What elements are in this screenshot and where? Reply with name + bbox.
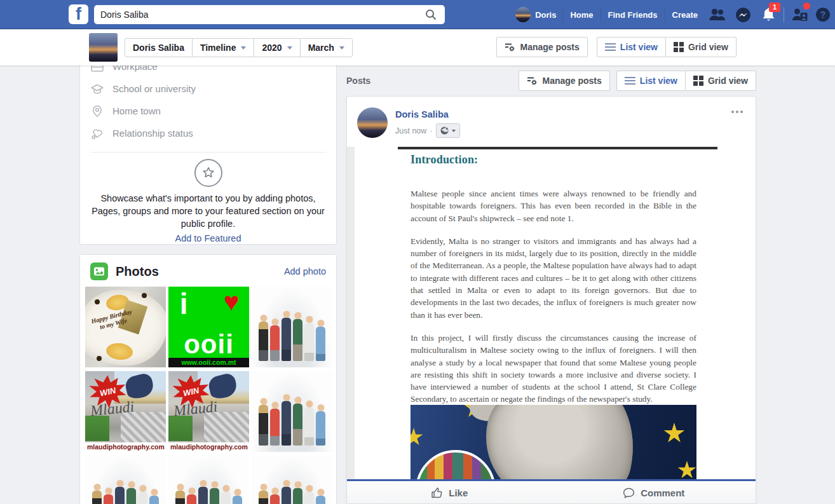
navbar-right: Doris Home Find Friends Create (509, 0, 834, 29)
grid-view-label: Grid view (708, 76, 748, 86)
photo-birthday-cake[interactable]: Happy Birthday to my Wife (85, 287, 166, 367)
post-header: Doris Saliba Just now · (347, 97, 756, 147)
view-toggle-group: List view Grid view (616, 71, 756, 91)
search-bar (94, 5, 445, 24)
list-icon (625, 77, 635, 85)
manage-posts-icon (505, 42, 515, 53)
profile-thumbnail[interactable] (89, 33, 118, 62)
like-label: Like (449, 487, 468, 498)
timeline-dropdown-label: Timeline (200, 43, 236, 53)
manage-posts-button[interactable]: Manage posts (496, 37, 587, 57)
facebook-logo[interactable]: f (69, 4, 88, 24)
add-photo-link[interactable]: Add photo (284, 266, 326, 276)
intro-item-relationship[interactable]: Relationship status (90, 122, 326, 144)
post-card: Doris Saliba Just now · (346, 96, 756, 504)
top-navbar: f Doris Home Find Friends Create (0, 0, 835, 29)
post-options-button[interactable] (729, 108, 745, 116)
privacy-selector[interactable] (436, 123, 460, 138)
photo-workers[interactable] (252, 371, 332, 452)
photo-win-contest[interactable]: Mlaudi WIN mlaudiphotography.com (85, 371, 166, 452)
messenger-button[interactable] (730, 0, 756, 29)
profile-name-button[interactable]: Doris Saliba (125, 38, 193, 57)
comment-button[interactable]: Comment (552, 481, 756, 504)
location-pin-icon (90, 104, 104, 118)
photo-win-contest[interactable]: Mlaudi WIN mlaudiphotography.com (168, 371, 249, 452)
search-button[interactable] (417, 5, 445, 24)
profile-name-label: Doris Saliba (133, 43, 184, 53)
divider (784, 7, 784, 22)
list-view-button[interactable]: List view (597, 37, 666, 57)
grid-view-label: Grid view (688, 42, 728, 52)
search-input[interactable] (94, 10, 417, 20)
intro-item-hometown[interactable]: Home town (90, 100, 326, 122)
featured-section: Showcase what's important to you by addi… (90, 159, 326, 244)
post-timestamp[interactable]: Just now (395, 126, 426, 135)
list-view-button[interactable]: List view (616, 71, 686, 91)
posts-header: Posts Manage posts List view (346, 65, 756, 96)
nav-find-friends[interactable]: Find Friends (601, 10, 665, 20)
manage-posts-button[interactable]: Manage posts (519, 71, 609, 91)
nav-create[interactable]: Create (665, 10, 705, 20)
timeline-dropdown[interactable]: Timeline (192, 38, 255, 57)
year-dropdown-label: 2020 (262, 43, 282, 53)
facebook-profile-screen: f Doris Home Find Friends Create (0, 0, 835, 504)
grid-view-button[interactable]: Grid view (685, 71, 756, 91)
photo-workers[interactable] (168, 456, 249, 504)
photos-title: Photos (116, 264, 284, 279)
post-author-name[interactable]: Doris Saliba (395, 109, 449, 119)
chevron-down-icon (241, 46, 246, 50)
heart-icon: ♥ (224, 289, 240, 315)
photo-workers[interactable] (252, 456, 332, 504)
view-toggle-group: List view Grid view (597, 37, 737, 57)
notification-dot (803, 3, 810, 10)
photo-workers[interactable] (252, 287, 332, 367)
nav-home[interactable]: Home (563, 10, 600, 20)
photos-card-header: Photos Add photo (80, 255, 336, 285)
heart-icon (90, 126, 104, 140)
meta-dot: · (430, 126, 432, 135)
account-pages-button[interactable] (787, 0, 812, 29)
manage-posts-icon (527, 76, 538, 86)
list-view-label: List view (640, 76, 677, 86)
divider (90, 152, 326, 153)
profile-shortcut[interactable]: Doris (509, 7, 562, 22)
profile-toolbar: Doris Saliba Timeline 2020 March (0, 29, 835, 65)
add-to-featured-link[interactable]: Add to Featured (175, 233, 241, 243)
document-paragraph: Evidently, Malta is no stranger to visit… (411, 235, 696, 321)
chevron-down-icon (452, 130, 456, 132)
like-button[interactable]: Like (347, 481, 552, 504)
document-image-eu-malta (411, 405, 696, 479)
notifications-button[interactable]: 1 (756, 0, 781, 29)
multicultural-people-circle (416, 450, 496, 479)
list-icon (605, 43, 616, 51)
featured-description: Showcase what's important to you by addi… (90, 192, 326, 230)
post-action-bar: Like Comment (347, 481, 756, 504)
photos-icon (90, 262, 108, 280)
grid-view-button[interactable]: Grid view (665, 37, 737, 57)
thumbs-up-icon (430, 486, 444, 500)
year-dropdown[interactable]: 2020 (254, 38, 300, 57)
post-author-avatar[interactable] (357, 107, 388, 138)
posts-column: Posts Manage posts List view (346, 65, 756, 504)
document-margin (347, 147, 355, 479)
post-meta: Just now · (395, 123, 460, 138)
help-button[interactable]: ? (812, 0, 834, 29)
timeline-filter-control: Doris Saliba Timeline 2020 March (125, 38, 353, 57)
chevron-down-icon (287, 46, 292, 50)
friend-requests-button[interactable] (705, 0, 730, 29)
posts-title: Posts (346, 76, 519, 86)
intro-item-school[interactable]: School or university (90, 78, 326, 100)
chevron-down-icon (339, 46, 344, 50)
document-heading: Introduction: (411, 153, 695, 167)
intro-card: Workplace School or university Home town (79, 48, 337, 245)
notification-badge: 1 (769, 3, 780, 12)
photo-ooii-ad[interactable]: i ♥ ooii www.ooii.com.mt (168, 287, 249, 367)
month-dropdown[interactable]: March (300, 38, 353, 57)
messenger-icon (735, 7, 751, 23)
malta-island-shape (473, 405, 646, 479)
month-dropdown-label: March (308, 43, 334, 53)
document-edge (398, 147, 717, 149)
photo-workers[interactable] (85, 456, 166, 504)
friend-requests-icon (709, 8, 727, 22)
ooii-url-text: www.ooii.com.mt (168, 358, 249, 367)
